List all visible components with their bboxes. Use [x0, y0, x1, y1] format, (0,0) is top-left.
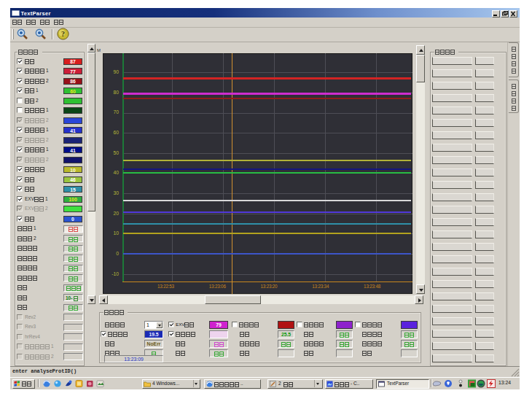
svg-text:?: ? [61, 30, 65, 38]
